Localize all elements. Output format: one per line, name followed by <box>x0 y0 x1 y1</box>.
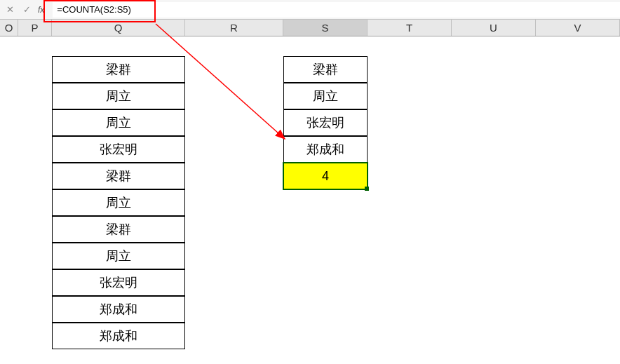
column-headers: O P Q R S T U V <box>0 20 620 36</box>
cell-q7[interactable]: 周立 <box>52 189 185 216</box>
cell-q10[interactable]: 张宏明 <box>52 269 185 296</box>
cell-q12[interactable]: 郑成和 <box>52 323 185 349</box>
cancel-icon[interactable]: ✕ <box>4 4 15 15</box>
cell-s5[interactable]: 郑成和 <box>283 136 368 163</box>
cell-q4[interactable]: 周立 <box>52 109 185 136</box>
col-header-t[interactable]: T <box>368 20 452 36</box>
cell-q6[interactable]: 梁群 <box>52 163 185 189</box>
cell-s2[interactable]: 梁群 <box>283 56 368 83</box>
fill-handle[interactable] <box>365 187 369 191</box>
formula-input-container <box>53 0 620 19</box>
cell-s4[interactable]: 张宏明 <box>283 109 368 136</box>
cell-q2[interactable]: 梁群 <box>52 56 185 83</box>
col-header-u[interactable]: U <box>452 20 536 36</box>
cell-q5[interactable]: 张宏明 <box>52 136 185 163</box>
cell-q9[interactable]: 周立 <box>52 243 185 269</box>
col-header-o[interactable]: O <box>0 20 18 36</box>
formula-input[interactable] <box>53 2 620 18</box>
col-header-p[interactable]: P <box>18 20 52 36</box>
cell-s3[interactable]: 周立 <box>283 83 368 109</box>
formula-bar: ✕ ✓ fx <box>0 0 620 20</box>
fx-label[interactable]: fx <box>38 5 44 15</box>
cell-q11[interactable]: 郑成和 <box>52 296 185 323</box>
col-header-s[interactable]: S <box>283 20 368 36</box>
cell-s6[interactable]: 4 <box>283 163 368 189</box>
col-header-v[interactable]: V <box>536 20 620 36</box>
col-header-r[interactable]: R <box>185 20 283 36</box>
cell-q8[interactable]: 梁群 <box>52 216 185 243</box>
accept-icon[interactable]: ✓ <box>21 4 32 15</box>
cell-q3[interactable]: 周立 <box>52 83 185 109</box>
col-header-q[interactable]: Q <box>52 20 185 36</box>
formula-bar-buttons: ✕ ✓ fx <box>0 4 53 15</box>
